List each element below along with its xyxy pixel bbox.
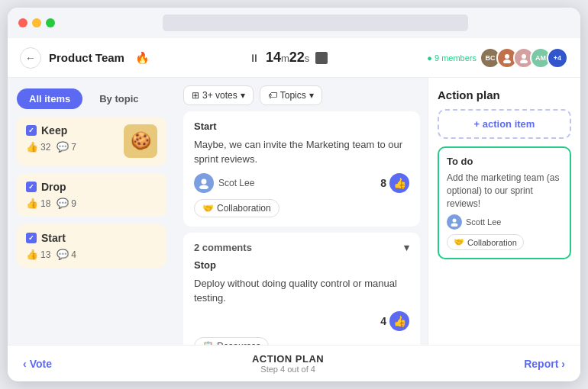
address-bar[interactable] <box>163 14 468 31</box>
comment-icon: 💬 <box>57 141 69 153</box>
svg-point-0 <box>505 54 509 59</box>
close-button[interactable] <box>18 18 27 27</box>
comment-icon-3: 💬 <box>57 249 69 260</box>
post-footer: Scot Lee 8 👍 <box>194 173 409 193</box>
svg-point-1 <box>503 59 511 63</box>
members-section: ● 9 members BC AM +4 <box>427 47 568 69</box>
app-window: ← Product Team 🔥 ⏸ 14m22s ● 9 members BC… <box>8 8 580 381</box>
topics-chevron-icon: ▾ <box>309 90 314 101</box>
members-count: ● 9 members <box>427 53 477 63</box>
action-panel: Action plan + action item To do Add the … <box>428 78 580 345</box>
action-card-1: To do Add the marketing team (as optiona… <box>438 146 571 259</box>
maximize-button[interactable] <box>46 18 55 27</box>
filter-row: ⊞ 3+ votes ▾ 🏷 Topics ▾ <box>183 85 420 105</box>
pause-icon[interactable]: ⏸ <box>249 52 260 64</box>
avatar-overflow: +4 <box>547 47 568 69</box>
timer-seconds: 22 <box>289 50 305 65</box>
votes-filter-icon: ⊞ <box>192 90 199 101</box>
start-comments: 💬 4 <box>57 249 76 260</box>
stop-vote-count: 4 <box>380 315 386 327</box>
stop-votes: 4 👍 <box>380 311 409 331</box>
action-tag-icon: 🤝 <box>454 237 464 247</box>
stop-category-label: Stop <box>194 259 409 271</box>
resources-tag[interactable]: 📋 Resources <box>194 337 269 345</box>
post-author: Scot Lee <box>194 173 254 193</box>
timer-display: 14m22s <box>266 50 309 66</box>
action-author-name: Scott Lee <box>466 217 501 227</box>
action-author-avatar <box>447 214 462 230</box>
post-votes-1: 8 👍 <box>380 173 409 193</box>
vote-icon-1[interactable]: 👍 <box>389 173 409 193</box>
report-label: Report <box>524 358 558 370</box>
votes-chevron-icon: ▾ <box>241 90 245 101</box>
tag-icon-1: 🤝 <box>202 203 214 214</box>
category-keep-title: ✓ Keep <box>26 124 76 137</box>
keep-checkbox[interactable]: ✓ <box>26 125 37 136</box>
add-action-button[interactable]: + action item <box>438 109 571 139</box>
votes-filter-label: 3+ votes <box>202 90 237 101</box>
timer-section: ⏸ 14m22s <box>249 50 328 66</box>
author-avatar-1 <box>194 173 214 193</box>
prev-chevron-icon: ‹ <box>23 358 27 370</box>
action-text: Add the marketing team (as optional) to … <box>447 172 562 210</box>
comments-header: 2 comments ▾ <box>194 242 409 253</box>
action-tag-label: Collaboration <box>467 238 517 247</box>
page-title: Product Team <box>49 51 124 64</box>
comments-chevron-icon[interactable]: ▾ <box>404 242 409 253</box>
vote-count-1: 8 <box>380 177 386 189</box>
step-title: ACTION PLAN <box>252 353 324 365</box>
tab-all-items[interactable]: All items <box>17 88 82 109</box>
action-author: Scott Lee <box>447 214 501 230</box>
category-start-meta: 👍 13 💬 4 <box>26 249 76 260</box>
keep-likes: 👍 32 <box>26 141 50 153</box>
topics-filter[interactable]: 🏷 Topics ▾ <box>260 85 322 105</box>
tab-by-topic[interactable]: By topic <box>87 88 150 109</box>
drop-checkbox[interactable]: ✓ <box>26 182 37 192</box>
action-tag[interactable]: 🤝 Collaboration <box>447 234 524 250</box>
stop-content-text: Deploy without doing quality control or … <box>194 277 409 306</box>
tabs-row: All items By topic <box>17 88 166 109</box>
votes-filter[interactable]: ⊞ 3+ votes ▾ <box>183 85 254 105</box>
header: ← Product Team 🔥 ⏸ 14m22s ● 9 members BC… <box>8 38 580 78</box>
back-icon: ← <box>25 52 36 64</box>
start-likes: 👍 13 <box>26 249 50 260</box>
stop-vote-icon[interactable]: 👍 <box>389 311 409 331</box>
back-button[interactable]: ← <box>20 47 41 69</box>
like-icon-2: 👍 <box>26 198 38 209</box>
titlebar <box>8 8 580 38</box>
title-emoji: 🔥 <box>135 51 150 65</box>
drop-likes: 👍 18 <box>26 198 50 209</box>
step-info: ACTION PLAN Step 4 out of 4 <box>252 353 324 374</box>
svg-point-4 <box>202 178 207 184</box>
timer-m-label: m <box>281 53 289 64</box>
action-footer: Scott Lee 🤝 Collaboration <box>447 214 562 250</box>
category-drop[interactable]: ✓ Drop 👍 18 💬 9 <box>17 173 166 217</box>
comments-count: 2 comments <box>194 242 252 253</box>
category-keep[interactable]: ✓ Keep 👍 32 💬 7 🍪 <box>17 117 166 166</box>
main-content: All items By topic ✓ Keep 👍 32 <box>8 78 580 345</box>
start-checkbox[interactable]: ✓ <box>26 233 37 243</box>
category-drop-meta: 👍 18 💬 9 <box>26 198 76 209</box>
vote-label: Vote <box>30 358 52 370</box>
category-keep-info: ✓ Keep 👍 32 💬 7 <box>26 124 76 153</box>
svg-point-2 <box>522 54 526 59</box>
action-status: To do <box>447 156 562 167</box>
stop-button[interactable] <box>315 52 328 64</box>
author-name-1: Scot Lee <box>218 178 254 188</box>
post-content-text: Maybe, we can invite the Marketing team … <box>194 138 409 167</box>
sidebar: All items By topic ✓ Keep 👍 32 <box>8 78 176 345</box>
center-content: ⊞ 3+ votes ▾ 🏷 Topics ▾ Start Maybe, we … <box>176 78 428 345</box>
category-start-title: ✓ Start <box>26 232 76 244</box>
minimize-button[interactable] <box>32 18 41 27</box>
category-start[interactable]: ✓ Start 👍 13 💬 4 <box>17 224 166 268</box>
action-panel-title: Action plan <box>438 88 571 101</box>
keep-comments: 💬 7 <box>57 141 76 153</box>
report-button[interactable]: Report › <box>524 358 565 370</box>
comments-section: 2 comments ▾ Stop Deploy without doing q… <box>183 233 420 345</box>
category-drop-info: ✓ Drop 👍 18 💬 9 <box>26 181 76 209</box>
vote-button[interactable]: ‹ Vote <box>23 358 52 370</box>
post-card-start: Start Maybe, we can invite the Marketing… <box>183 111 420 227</box>
collaboration-tag-1[interactable]: 🤝 Collaboration <box>194 199 279 217</box>
drop-comments: 💬 9 <box>57 198 76 209</box>
next-chevron-icon: › <box>561 358 565 370</box>
